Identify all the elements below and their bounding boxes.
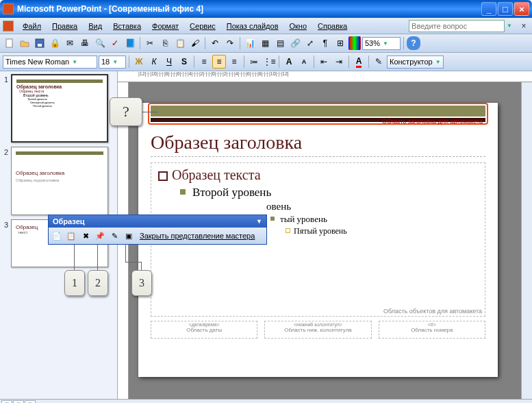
underline-button[interactable]: Ч (162, 55, 176, 69)
research-icon[interactable]: 📘 (123, 36, 137, 50)
app-icon (3, 3, 14, 14)
bullet-level-3[interactable]: овень (157, 201, 479, 212)
new-icon[interactable] (3, 36, 16, 50)
menu-help[interactable]: Справка (313, 21, 352, 32)
font-color-icon[interactable]: A (352, 55, 366, 69)
align-right-icon[interactable]: ≡ (227, 55, 241, 69)
callout-question: ? (110, 97, 142, 126)
footer-placeholder[interactable]: <нижний колонтитул>Область ниж. колонтит… (264, 321, 371, 339)
preview-icon[interactable]: 🔍 (93, 36, 107, 50)
expand-icon[interactable]: ⤢ (303, 36, 317, 50)
maximize-button[interactable]: □ (498, 2, 513, 16)
master-toolbar-title[interactable]: Образец▼ (49, 215, 266, 228)
close-master-view-button[interactable]: Закрыть представление мастера (137, 232, 257, 240)
help-question-input[interactable] (409, 20, 505, 32)
print-icon[interactable]: 🖶 (78, 36, 92, 50)
delete-master-icon[interactable]: ✖ (79, 230, 92, 242)
master-toolbar[interactable]: Образец▼ 📄 📋 ✖ 📌 ✎ ▣ Закрыть представлен… (48, 215, 267, 245)
svg-rect-2 (38, 44, 42, 47)
thumb-number: 1 (1, 74, 11, 143)
help-icon[interactable]: ? (407, 36, 420, 50)
align-center-icon[interactable]: ≡ (212, 55, 226, 69)
menu-bar: Файл Правка Вид Вставка Формат Сервис По… (0, 18, 532, 34)
thumb-number: 3 (1, 219, 11, 267)
email-icon[interactable]: ✉ (63, 36, 77, 50)
close-button[interactable]: × (514, 2, 529, 16)
sorter-view-icon[interactable]: ⊞ (13, 400, 24, 403)
permissions-icon[interactable]: 🔒 (48, 36, 62, 50)
bullet-level-2[interactable]: Второй уровень (157, 186, 479, 199)
minimize-button[interactable]: _ (481, 2, 496, 16)
callout-3: 3 (131, 270, 152, 296)
number-placeholder[interactable]: <#>Область номера (379, 321, 485, 339)
cut-icon[interactable]: ✂ (143, 36, 157, 50)
formatting-toolbar: Times New Roman▼ 18▼ Ж К Ч S ≡ ≡ ≡ ≔ ⋮≡ … (0, 53, 532, 71)
view-buttons: ▥ ⊞ ▣ (0, 399, 532, 403)
redo-icon[interactable]: ↷ (223, 36, 237, 50)
new-slide-master-icon[interactable]: 📄 (51, 230, 63, 242)
menu-service[interactable]: Сервис (185, 21, 220, 32)
body-caption: Область объектов для автомакета (383, 308, 482, 315)
callout-2: 2 (88, 270, 108, 296)
bullet-level-1[interactable]: Образец текста (157, 167, 479, 183)
title-bar: Microsoft PowerPoint - [Современный офис… (0, 0, 532, 18)
standard-toolbar: 🔒 ✉ 🖶 🔍 ✓ 📘 ✂ ⎘ 📋 🖌 ↶ ↷ 📊 ▦ ▤ 🔗 ⤢ ¶ ⊞ 53… (0, 34, 532, 53)
slide-thumbnail[interactable]: Образец заголовка Образец подзаголовка (11, 147, 108, 215)
title-caption: Область заголовка для автомакета (382, 118, 483, 125)
vertical-scrollbar[interactable] (521, 82, 532, 399)
chart-icon[interactable]: 📊 (243, 36, 257, 50)
decrease-indent-icon[interactable]: ⇤ (317, 55, 331, 69)
grid-icon[interactable]: ⊞ (333, 36, 347, 50)
thumb-number: 2 (1, 147, 11, 215)
doc-close-button[interactable]: × (518, 21, 529, 32)
menu-view[interactable]: Вид (84, 21, 107, 32)
svg-rect-0 (6, 39, 12, 47)
menu-edit[interactable]: Правка (47, 21, 82, 32)
italic-button[interactable]: К (147, 55, 161, 69)
copy-icon[interactable]: ⎘ (158, 36, 172, 50)
slide-title-text[interactable]: Образец заголовка (151, 132, 485, 157)
bold-button[interactable]: Ж (132, 55, 146, 69)
decrease-font-icon[interactable]: A (297, 55, 311, 69)
numbering-icon[interactable]: ≔ (247, 55, 261, 69)
designer-button[interactable]: Конструктор▼ (387, 56, 444, 69)
spell-icon[interactable]: ✓ (108, 36, 122, 50)
font-name-combo[interactable]: Times New Roman▼ (3, 56, 97, 69)
zoom-combo[interactable]: 53%▼ (362, 37, 401, 50)
menu-window[interactable]: Окно (285, 21, 312, 32)
font-size-combo[interactable]: 18▼ (99, 56, 126, 69)
align-left-icon[interactable]: ≡ (197, 55, 211, 69)
bullets-icon[interactable]: ⋮≡ (262, 55, 276, 69)
doc-icon[interactable] (3, 21, 14, 32)
table-icon[interactable]: ▦ (258, 36, 272, 50)
tables-borders-icon[interactable]: ▤ (273, 36, 287, 50)
menu-format[interactable]: Формат (147, 21, 183, 32)
normal-view-icon[interactable]: ▥ (1, 400, 12, 403)
menu-file[interactable]: Файл (18, 21, 46, 32)
undo-icon[interactable]: ↶ (208, 36, 222, 50)
horizontal-ruler: |12|·|·|10|·|·|·|8|·|·|·|6|·|·|·|4|·|·|·… (118, 71, 532, 82)
menu-show[interactable]: Показ слайдов (222, 21, 283, 32)
slide-thumbnail[interactable]: Образец заголовка Образец текста Второй … (11, 74, 108, 143)
format-painter-icon[interactable]: 🖌 (188, 36, 202, 50)
save-icon[interactable] (33, 36, 47, 50)
increase-indent-icon[interactable]: ⇥ (332, 55, 346, 69)
show-formatting-icon[interactable]: ¶ (318, 36, 332, 50)
rename-master-icon[interactable]: ✎ (108, 230, 121, 242)
slideshow-view-icon[interactable]: ▣ (25, 400, 36, 403)
new-title-master-icon[interactable]: 📋 (65, 230, 77, 242)
window-title: Microsoft PowerPoint - [Современный офис… (17, 4, 203, 14)
color-icon[interactable] (349, 36, 361, 50)
callout-1: 1 (64, 270, 85, 296)
paste-icon[interactable]: 📋 (173, 36, 187, 50)
hyperlink-icon[interactable]: 🔗 (288, 36, 302, 50)
open-icon[interactable] (18, 36, 31, 50)
menu-insert[interactable]: Вставка (108, 21, 146, 32)
shadow-button[interactable]: S (177, 55, 191, 69)
increase-font-icon[interactable]: A (282, 55, 296, 69)
date-placeholder[interactable]: <дата/время>Область даты (151, 321, 257, 339)
master-layout-icon[interactable]: ▣ (123, 230, 135, 242)
design-icon[interactable]: ✎ (372, 55, 385, 69)
title-placeholder[interactable]: Область заголовка для автомакета (148, 103, 488, 125)
preserve-master-icon[interactable]: 📌 (94, 230, 106, 242)
